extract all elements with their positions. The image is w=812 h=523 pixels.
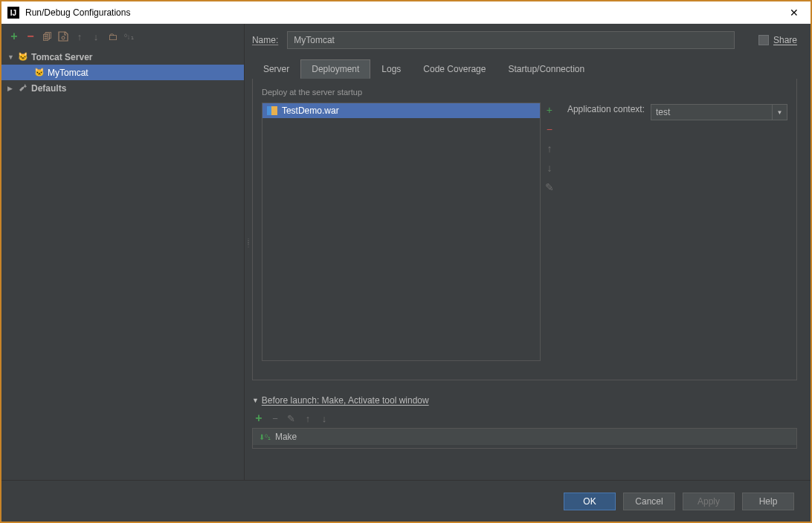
- dialog-button-bar: OK Cancel Apply Help: [1, 480, 811, 522]
- tab-deployment[interactable]: Deployment: [300, 59, 370, 79]
- deployment-tab-content: Deploy at the server startup TestDemo.wa…: [252, 79, 797, 380]
- before-launch-header[interactable]: ▼ Before launch: Make, Activate tool win…: [252, 395, 797, 406]
- move-artifact-down-button[interactable]: ↓: [544, 162, 555, 174]
- folder-button[interactable]: 🗀: [106, 30, 119, 43]
- config-toolbar: + − 🗐 ↑ ↓ 🗀 ⁰↓₁: [1, 28, 244, 49]
- move-artifact-up-button[interactable]: ↑: [544, 143, 555, 155]
- tab-logs[interactable]: Logs: [370, 59, 412, 79]
- remove-task-button[interactable]: −: [268, 412, 282, 425]
- wrench-icon: [18, 82, 31, 94]
- task-down-button[interactable]: ↓: [318, 412, 331, 425]
- help-button[interactable]: Help: [742, 493, 794, 510]
- svg-point-0: [62, 36, 65, 39]
- ok-button[interactable]: OK: [564, 493, 616, 510]
- list-item[interactable]: TestDemo.war: [262, 103, 540, 118]
- before-launch-label: Before launch: Make, Activate tool windo…: [262, 395, 429, 406]
- cancel-button[interactable]: Cancel: [623, 493, 675, 510]
- collapse-arrow-icon: ▶: [7, 85, 18, 92]
- sort-button[interactable]: ⁰↓₁: [122, 30, 135, 43]
- move-down-button[interactable]: ↓: [89, 30, 103, 43]
- share-checkbox[interactable]: [758, 35, 769, 45]
- deploy-toolbar: + − ↑ ↓ ✎: [541, 103, 558, 361]
- remove-artifact-button[interactable]: −: [544, 123, 555, 135]
- make-icon: ⬇⁰₁: [259, 433, 271, 441]
- save-config-button[interactable]: [57, 30, 70, 43]
- tree-label: MyTomcat: [48, 68, 88, 78]
- name-input[interactable]: [287, 31, 735, 49]
- add-task-button[interactable]: +: [252, 412, 265, 425]
- edit-artifact-button[interactable]: ✎: [544, 181, 555, 193]
- tab-startup-connection[interactable]: Startup/Connection: [497, 59, 596, 79]
- config-tabs: Server Deployment Logs Code Coverage Sta…: [252, 59, 797, 79]
- application-context-input[interactable]: [651, 104, 773, 120]
- tree-node-defaults[interactable]: ▶ Defaults: [1, 80, 244, 96]
- copy-config-button[interactable]: 🗐: [40, 30, 54, 43]
- application-context-label: Application context:: [567, 104, 645, 114]
- before-launch-section: ▼ Before launch: Make, Activate tool win…: [252, 395, 797, 449]
- deploy-artifacts-list[interactable]: TestDemo.war: [262, 103, 541, 361]
- tab-code-coverage[interactable]: Code Coverage: [412, 59, 497, 79]
- share-label: Share: [773, 35, 797, 45]
- configurations-panel: + − 🗐 ↑ ↓ 🗀 ⁰↓₁ ▼ 🐱 Tomcat Server 🐱 MyTo…: [1, 24, 245, 480]
- tomcat-icon: 🐱: [18, 52, 31, 62]
- tomcat-icon: 🐱: [34, 68, 48, 77]
- artifact-icon: [267, 106, 277, 115]
- list-item[interactable]: ⬇⁰₁ Make: [253, 429, 796, 445]
- add-artifact-button[interactable]: +: [544, 104, 555, 116]
- tree-node-tomcat-server[interactable]: ▼ 🐱 Tomcat Server: [1, 49, 244, 65]
- deploy-section-label: Deploy at the server startup: [262, 88, 787, 97]
- tree-node-mytomcat[interactable]: 🐱 MyTomcat: [1, 65, 244, 80]
- titlebar: IJ Run/Debug Configurations ✕: [1, 1, 811, 24]
- remove-config-button[interactable]: −: [24, 30, 37, 43]
- app-icon: IJ: [7, 7, 19, 19]
- config-tree: ▼ 🐱 Tomcat Server 🐱 MyTomcat ▶ Defaults: [1, 49, 244, 96]
- task-up-button[interactable]: ↑: [301, 412, 315, 425]
- collapse-arrow-icon: ▼: [252, 397, 259, 404]
- tree-label: Defaults: [31, 83, 66, 94]
- move-up-button[interactable]: ↑: [73, 30, 86, 43]
- apply-button[interactable]: Apply: [683, 493, 735, 510]
- edit-task-button[interactable]: ✎: [285, 412, 298, 425]
- window-title: Run/Debug Configurations: [25, 7, 779, 18]
- before-launch-toolbar: + − ✎ ↑ ↓: [252, 406, 797, 426]
- name-label: Name:: [252, 35, 278, 45]
- artifact-name: TestDemo.war: [282, 105, 339, 116]
- task-label: Make: [275, 432, 297, 442]
- add-config-button[interactable]: +: [7, 30, 21, 43]
- config-editor-panel: Name: Share Server Deployment Logs Code …: [245, 24, 811, 480]
- tree-label: Tomcat Server: [31, 52, 92, 62]
- context-dropdown-button[interactable]: ▼: [773, 104, 787, 120]
- expand-arrow-icon: ▼: [7, 53, 18, 61]
- tab-server[interactable]: Server: [252, 59, 300, 79]
- before-launch-list[interactable]: ⬇⁰₁ Make: [252, 428, 797, 449]
- close-button[interactable]: ✕: [779, 2, 809, 23]
